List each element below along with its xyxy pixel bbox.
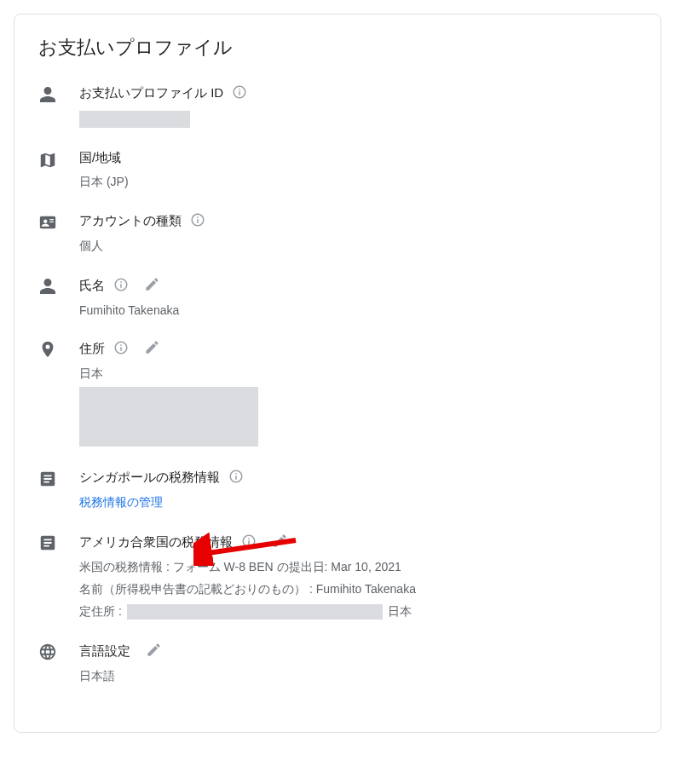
us-tax-row: アメリカ合衆国の税務情報 米国の税務情報 : フォーム W-8 BEN の提出日… bbox=[38, 533, 637, 620]
account-type-value: 個人 bbox=[79, 239, 637, 254]
us-tax-line3: 定住所 : 日本 bbox=[79, 604, 637, 620]
us-tax-line1: 米国の税務情報 : フォーム W-8 BEN の提出日: Mar 10, 202… bbox=[79, 560, 637, 575]
us-tax-address-redacted bbox=[127, 604, 383, 620]
sg-tax-label: シンガポールの税務情報 bbox=[79, 470, 220, 486]
profile-id-redacted bbox=[79, 111, 190, 128]
language-row: 言語設定 日本語 bbox=[38, 642, 637, 684]
account-type-row: アカウントの種類 個人 bbox=[38, 212, 637, 254]
payments-profile-card: お支払いプロファイル お支払いプロファイル ID 国/地域 日本 bbox=[14, 14, 661, 733]
account-type-label: アカウントの種類 bbox=[79, 213, 182, 229]
language-label: 言語設定 bbox=[79, 643, 130, 660]
map-icon bbox=[38, 150, 79, 170]
address-line1: 日本 bbox=[79, 366, 637, 382]
info-icon[interactable] bbox=[190, 212, 205, 230]
sg-tax-row: シンガポールの税務情報 税務情報の管理 bbox=[38, 469, 637, 510]
edit-icon[interactable] bbox=[144, 339, 160, 358]
country-row: 国/地域 日本 (JP) bbox=[38, 150, 637, 190]
manage-tax-info-link[interactable]: 税務情報の管理 bbox=[79, 495, 163, 510]
info-icon[interactable] bbox=[113, 277, 129, 295]
address-label: 住所 bbox=[79, 341, 105, 357]
person-icon bbox=[38, 84, 79, 105]
language-value: 日本語 bbox=[79, 669, 637, 684]
article-icon bbox=[38, 469, 79, 489]
card-title: お支払いプロファイル bbox=[38, 35, 637, 61]
address-row: 住所 日本 bbox=[38, 339, 637, 447]
info-icon[interactable] bbox=[113, 340, 129, 358]
profile-id-row: お支払いプロファイル ID bbox=[38, 84, 637, 128]
country-value: 日本 (JP) bbox=[79, 175, 637, 190]
name-value: Fumihito Takenaka bbox=[79, 303, 637, 317]
us-tax-label: アメリカ合衆国の税務情報 bbox=[79, 534, 233, 551]
location-icon bbox=[38, 339, 79, 360]
globe-icon bbox=[38, 642, 79, 662]
edit-icon[interactable] bbox=[144, 276, 160, 295]
info-icon[interactable] bbox=[232, 84, 247, 102]
edit-icon[interactable] bbox=[272, 533, 288, 551]
country-label: 国/地域 bbox=[79, 150, 121, 166]
us-tax-line3-suffix: 日本 bbox=[388, 604, 412, 618]
us-tax-line3-prefix: 定住所 : bbox=[79, 604, 122, 618]
profile-id-label: お支払いプロファイル ID bbox=[79, 85, 223, 101]
address-redacted bbox=[79, 387, 258, 447]
name-row: 氏名 Fumihito Takenaka bbox=[38, 276, 637, 317]
us-tax-line2: 名前（所得税申告書の記載どおりのもの） : Fumihito Takenaka bbox=[79, 582, 637, 597]
info-icon[interactable] bbox=[228, 469, 244, 487]
name-label: 氏名 bbox=[79, 278, 105, 294]
person-icon bbox=[38, 276, 79, 297]
info-icon[interactable] bbox=[241, 533, 257, 551]
edit-icon[interactable] bbox=[146, 642, 162, 660]
article-icon bbox=[38, 533, 79, 553]
badge-icon bbox=[38, 212, 79, 233]
